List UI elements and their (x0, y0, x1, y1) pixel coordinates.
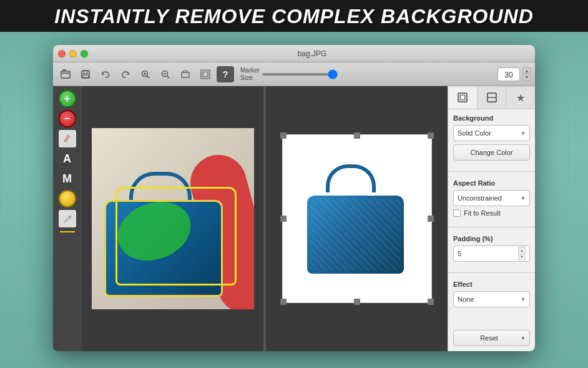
tab-favorites[interactable]: ★ (506, 86, 535, 109)
crop-handle-bottom-middle[interactable] (354, 299, 360, 305)
aspect-ratio-select[interactable]: Unconstrained ▼ (453, 190, 530, 206)
reset-arrow: ▼ (521, 336, 526, 341)
crop-handle-top-middle[interactable] (354, 132, 360, 139)
crop-handle-top-right[interactable] (428, 132, 434, 139)
main-content: + − A M (53, 86, 535, 351)
bag-shape (104, 172, 229, 297)
effect-arrow: ▼ (521, 297, 526, 302)
svg-rect-0 (61, 71, 70, 78)
banner: INSTANTLY REMOVE COMPLEX BACKGROUND (0, 0, 588, 32)
padding-section: Padding (%) 5 ▲ ▼ (448, 230, 535, 270)
marker-size-stepper: ▲ ▼ (522, 67, 531, 81)
zoom-in-button[interactable] (137, 66, 154, 82)
left-toolbar: + − A M (53, 86, 82, 351)
result-canvas[interactable] (266, 86, 448, 351)
padding-label: Padding (%) (453, 235, 530, 242)
result-bag-texture (310, 199, 401, 271)
crop-handle-bottom-left[interactable] (280, 299, 287, 305)
pencil-button[interactable] (59, 210, 76, 227)
result-bag-handle (326, 164, 376, 192)
tab-effects[interactable] (478, 86, 507, 109)
zoom-out-button[interactable] (157, 66, 174, 82)
fit-button[interactable] (197, 66, 214, 82)
original-canvas[interactable] (82, 86, 263, 351)
result-bag (307, 164, 407, 274)
marker-size-slider[interactable] (262, 73, 495, 76)
svg-rect-6 (182, 72, 189, 77)
reset-row[interactable]: Reset ▼ (453, 330, 530, 346)
undo-button[interactable] (97, 66, 114, 82)
crop-handle-top-left[interactable] (280, 132, 287, 139)
aspect-ratio-label: Aspect Ratio (453, 179, 530, 187)
banner-text: INSTANTLY REMOVE COMPLEX BACKGROUND (54, 5, 533, 27)
marker-size-decrease[interactable]: ▼ (522, 74, 531, 81)
svg-rect-1 (82, 71, 89, 78)
padding-increase[interactable]: ▲ (518, 247, 526, 254)
fit-to-result-label: Fit to Result (464, 209, 501, 217)
svg-rect-7 (201, 70, 210, 79)
svg-rect-3 (82, 75, 89, 77)
zoom-reset-button[interactable] (177, 66, 194, 82)
background-type-arrow: ▼ (521, 131, 526, 136)
svg-rect-9 (458, 93, 467, 102)
close-button[interactable] (58, 50, 66, 57)
crop-handle-middle-left[interactable] (280, 216, 287, 222)
manual-mode-button[interactable]: M (59, 170, 76, 187)
padding-value: 5 (458, 250, 518, 257)
divider-3 (448, 272, 535, 273)
remove-foreground-button[interactable]: − (59, 110, 76, 127)
spacer (448, 316, 535, 327)
change-color-button[interactable]: Change Color (453, 144, 530, 161)
background-type-value: Solid Color (458, 129, 521, 137)
app-window: bag.JPG ? Marker Size (53, 45, 535, 351)
marker-slider-container: 30 ▲ ▼ (262, 67, 531, 81)
add-foreground-button[interactable]: + (59, 90, 76, 107)
reset-button: Reset (458, 334, 521, 342)
background-section: Background Solid Color ▼ Change Color (448, 109, 535, 169)
maximize-button[interactable] (81, 50, 88, 57)
minimize-button[interactable] (69, 50, 77, 57)
marker-size-increase[interactable]: ▲ (522, 67, 531, 74)
padding-decrease[interactable]: ▼ (518, 254, 526, 261)
original-image (92, 128, 254, 309)
background-label: Background (453, 114, 530, 122)
auto-mode-button[interactable]: A (59, 150, 76, 167)
toolbar: ? Marker Size 30 ▲ ▼ (53, 62, 535, 86)
effect-section: Effect None ▼ (448, 276, 535, 316)
result-bag-body (307, 196, 404, 274)
save-button[interactable] (77, 66, 94, 82)
yellow-selection-outline (115, 187, 237, 286)
aspect-ratio-value: Unconstrained (458, 194, 521, 202)
padding-input-row[interactable]: 5 ▲ ▼ (453, 246, 530, 262)
canvas-area (82, 86, 448, 351)
tab-background[interactable] (448, 86, 478, 109)
background-type-select[interactable]: Solid Color ▼ (453, 125, 530, 141)
eraser-button[interactable] (59, 130, 76, 147)
open-button[interactable] (57, 66, 74, 82)
svg-rect-8 (203, 72, 208, 77)
divider-2 (448, 227, 535, 227)
aspect-ratio-arrow: ▼ (521, 196, 526, 201)
crop-handle-bottom-right[interactable] (428, 299, 434, 305)
traffic-lights (58, 50, 88, 57)
window-title: bag.JPG (94, 49, 530, 58)
help-button[interactable]: ? (217, 66, 234, 82)
marker-size-label: Marker Size (240, 67, 260, 82)
effect-select[interactable]: None ▼ (453, 291, 530, 307)
aspect-ratio-section: Aspect Ratio Unconstrained ▼ Fit to Resu… (448, 174, 535, 224)
effect-value: None (458, 296, 521, 303)
color-indicator-line (60, 231, 75, 232)
marker-size-value: 30 (497, 67, 520, 81)
padding-stepper: ▲ ▼ (518, 247, 526, 261)
crop-handle-middle-right[interactable] (428, 216, 434, 222)
titlebar: bag.JPG (53, 45, 535, 62)
fit-to-result-checkbox[interactable] (453, 209, 461, 217)
fit-to-result-row: Fit to Result (453, 209, 530, 217)
divider-1 (448, 171, 535, 172)
effect-label: Effect (453, 281, 530, 288)
color-picker-button[interactable] (59, 190, 76, 207)
redo-button[interactable] (117, 66, 134, 82)
svg-rect-10 (460, 95, 465, 100)
panel-tabs: ★ (448, 86, 535, 109)
right-panel: ★ Background Solid Color ▼ Change Color … (448, 86, 535, 351)
